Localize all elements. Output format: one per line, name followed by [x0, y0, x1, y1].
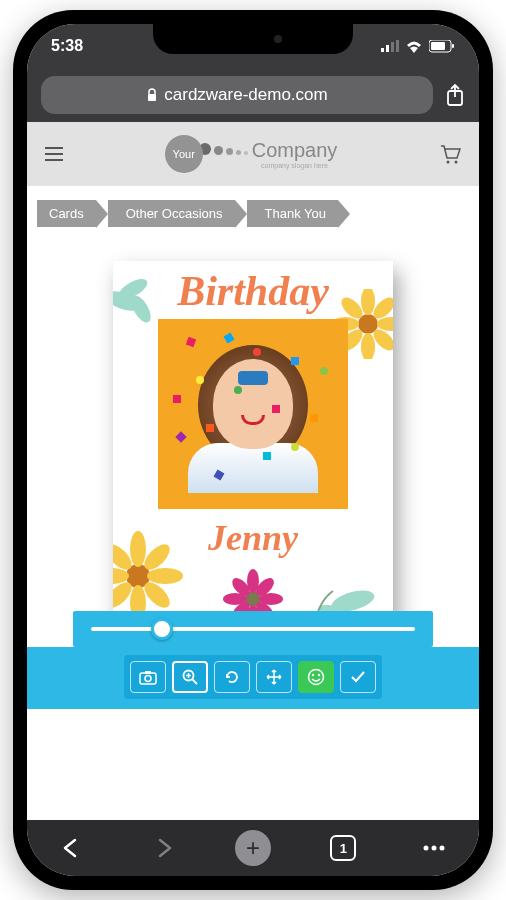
move-button[interactable]: [256, 661, 292, 693]
site-header: Your Company company slogan here: [27, 122, 479, 186]
svg-rect-3: [396, 40, 399, 52]
card-preview-area: Birthday Jenny: [27, 241, 479, 631]
svg-point-30: [113, 578, 136, 612]
card-photo[interactable]: [158, 319, 348, 509]
svg-point-55: [439, 846, 444, 851]
card-recipient-name: Jenny: [113, 517, 393, 559]
svg-rect-1: [386, 45, 389, 52]
svg-point-50: [309, 670, 324, 685]
svg-rect-0: [381, 48, 384, 52]
share-button[interactable]: [445, 83, 465, 107]
rotate-button[interactable]: [214, 661, 250, 693]
slider-thumb[interactable]: [151, 618, 173, 640]
signal-icon: [381, 40, 399, 52]
breadcrumb-item[interactable]: Other Occasions: [108, 200, 235, 227]
phone-frame: 5:38 cardzware-demo.com Your: [13, 10, 493, 890]
editor-toolbar: [27, 611, 479, 709]
page-content: Your Company company slogan here: [27, 122, 479, 820]
svg-point-9: [446, 161, 449, 164]
svg-point-51: [312, 674, 314, 676]
flower-decoration: [113, 271, 163, 331]
new-tab-button[interactable]: +: [233, 828, 273, 868]
svg-point-18: [377, 317, 393, 331]
svg-point-33: [247, 569, 259, 593]
tool-buttons: [124, 655, 382, 699]
svg-rect-45: [145, 671, 151, 674]
svg-point-35: [223, 593, 247, 605]
zoom-button[interactable]: [172, 661, 208, 693]
svg-point-15: [361, 289, 375, 315]
svg-point-54: [431, 846, 436, 851]
status-time: 5:38: [51, 37, 83, 55]
url-field[interactable]: cardzware-demo.com: [41, 76, 433, 114]
svg-point-37: [229, 575, 253, 599]
status-indicators: [381, 40, 455, 53]
site-logo[interactable]: Your Company company slogan here: [165, 135, 338, 173]
svg-rect-5: [431, 42, 445, 50]
logo-mark: Your: [165, 135, 203, 173]
menu-button[interactable]: [45, 147, 63, 161]
browser-address-bar: cardzware-demo.com: [27, 68, 479, 122]
breadcrumb: Cards Other Occasions Thank You: [27, 186, 479, 241]
url-text: cardzware-demo.com: [164, 85, 327, 105]
svg-line-47: [193, 680, 198, 685]
zoom-slider[interactable]: [73, 611, 433, 647]
svg-point-10: [454, 161, 457, 164]
forward-button[interactable]: [143, 828, 183, 868]
svg-point-36: [259, 593, 283, 605]
svg-point-16: [361, 333, 375, 359]
battery-icon: [429, 40, 455, 53]
slider-track[interactable]: [91, 627, 415, 631]
svg-rect-7: [148, 94, 156, 101]
phone-notch: [153, 24, 353, 54]
confetti-overlay: [158, 319, 348, 509]
svg-point-23: [126, 564, 150, 588]
svg-point-31: [140, 578, 174, 612]
tabs-button[interactable]: 1: [323, 828, 363, 868]
cart-button[interactable]: [439, 144, 461, 164]
svg-rect-6: [452, 44, 454, 48]
back-button[interactable]: [52, 828, 92, 868]
breadcrumb-item[interactable]: Thank You: [247, 200, 338, 227]
browser-bottom-nav: + 1: [27, 820, 479, 876]
svg-point-26: [113, 568, 129, 584]
svg-rect-43: [140, 673, 156, 684]
logo-text: Company: [252, 139, 338, 161]
phone-screen: 5:38 cardzware-demo.com Your: [27, 24, 479, 876]
svg-rect-2: [391, 42, 394, 52]
wifi-icon: [405, 40, 423, 53]
svg-point-44: [145, 675, 151, 681]
confirm-button[interactable]: [340, 661, 376, 693]
svg-point-38: [253, 575, 277, 599]
logo-slogan: company slogan here: [252, 162, 338, 169]
camera-button[interactable]: [130, 661, 166, 693]
svg-point-52: [318, 674, 320, 676]
svg-point-53: [423, 846, 428, 851]
emoji-button[interactable]: [298, 661, 334, 693]
breadcrumb-item[interactable]: Cards: [37, 200, 96, 227]
more-button[interactable]: [414, 828, 454, 868]
lock-icon: [146, 88, 158, 102]
svg-point-27: [147, 568, 183, 584]
svg-point-32: [245, 591, 261, 607]
greeting-card[interactable]: Birthday Jenny: [113, 261, 393, 631]
